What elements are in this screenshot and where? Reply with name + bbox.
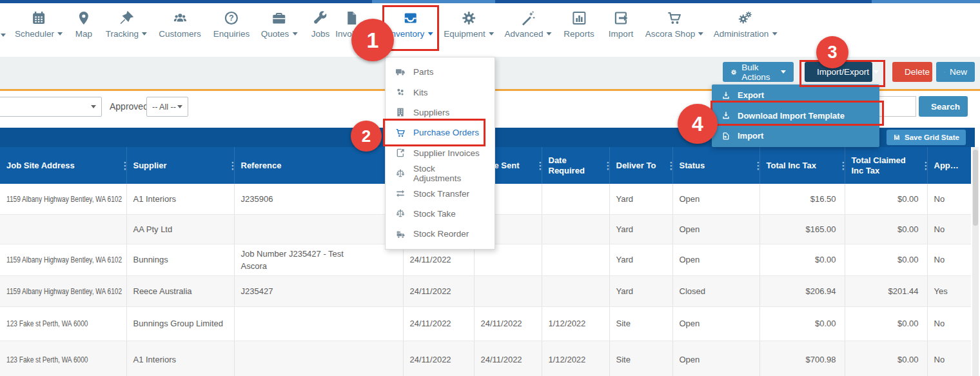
menu-item-parts[interactable]: Parts (386, 62, 495, 82)
cell-supplier: AA Pty Ltd (126, 214, 234, 244)
new-button[interactable]: New (936, 62, 975, 82)
cell-status: Open (672, 214, 760, 244)
nav-item-equipment[interactable]: Equipment (444, 10, 494, 39)
column-menu-icon[interactable] (121, 161, 123, 171)
search-button[interactable]: Search (919, 96, 968, 117)
save-grid-state-button[interactable]: Save Grid State (887, 130, 966, 145)
download-icon (721, 111, 730, 120)
nav-item-map[interactable]: Map (75, 10, 92, 39)
col-header-deliver-to[interactable]: Deliver To (609, 147, 672, 184)
cell-supplier: Bunnings (126, 244, 234, 275)
col-header-supplier[interactable]: Supplier (126, 147, 234, 184)
table-row[interactable]: 123 Fake st Perth, WA 6000 Bunnings Grou… (0, 306, 971, 341)
column-menu-icon[interactable] (839, 161, 841, 171)
menu-item-label: Stock Reorder (413, 229, 469, 239)
menu-item-kits[interactable]: Kits (386, 82, 495, 102)
cell-total-inc-tax: $165.00 (760, 214, 845, 244)
cell-reference: Job Number J235427 - Test Ascora (234, 244, 403, 275)
vertical-scrollbar[interactable] (972, 147, 979, 376)
cell-status: Closed (672, 275, 760, 306)
cell-date-required: 1/12/2022 (542, 306, 609, 341)
table-row[interactable]: 1159 Albany Highway Bentley, WA 6102 Ree… (0, 275, 971, 306)
col-header-total-inc-tax[interactable]: Total Inc Tax (760, 147, 845, 184)
wrench-icon (313, 10, 328, 26)
svg-text:?: ? (229, 14, 234, 23)
menu-item-label: Purchase Orders (413, 128, 479, 137)
cell-date-required: 1/12/2022 (542, 341, 609, 376)
nav-item-reports[interactable]: Reports (564, 10, 594, 39)
cell-date-sent (474, 275, 542, 306)
menu-item-label: Download Import Template (738, 111, 845, 121)
nav-item-import[interactable]: Import (609, 10, 633, 39)
cell-date: 24/11/2022 (403, 306, 474, 341)
menu-item-label: Stock Adjustments (413, 164, 485, 183)
col-header-reference[interactable]: Reference (234, 147, 403, 184)
cell-date-sent: 24/11/2022 (474, 306, 542, 341)
cell-job-site-address: 1159 Albany Highway Bentley, WA 6102 (6, 255, 122, 264)
table-row[interactable]: 123 Fake st Perth, WA 6000 A1 Interiors … (0, 341, 971, 376)
col-header-approved[interactable]: Approved (927, 147, 971, 184)
nav-item-enquiries[interactable]: ? Enquiries (213, 10, 250, 39)
col-header-status[interactable]: Status (672, 147, 760, 184)
column-menu-icon[interactable] (754, 161, 756, 171)
menu-item-label: Parts (413, 67, 434, 77)
inventory-dropdown-menu: Parts Kits Suppliers Purchase Orders Sup… (385, 57, 495, 250)
nav-label: Quotes (261, 29, 289, 39)
import-export-button[interactable]: Import/Export (805, 62, 872, 82)
chevron-down-icon (427, 32, 433, 38)
approved-filter-value: -- All -- (152, 103, 176, 112)
chevron-down-icon (772, 32, 777, 38)
column-menu-icon[interactable] (921, 161, 924, 171)
map-pin-icon (76, 10, 92, 26)
nav-item-tracking[interactable]: Tracking (106, 10, 147, 39)
file-export-icon (395, 148, 406, 158)
column-menu-icon[interactable] (536, 161, 538, 171)
nav-item-jobs[interactable]: Jobs (311, 10, 330, 39)
users-icon (172, 10, 188, 26)
nav-item-customers[interactable]: Customers (159, 10, 201, 39)
approved-filter-select[interactable]: -- All -- (146, 97, 188, 117)
import-box-icon (613, 10, 629, 26)
cell-approved: No (927, 244, 971, 275)
truck-reorder-icon (395, 229, 406, 239)
cell-total-claimed: $0.00 (845, 341, 927, 376)
cell-status: Open (672, 306, 760, 341)
nav-item-scheduler[interactable]: Scheduler (15, 10, 63, 39)
cell-supplier: Reece Australia (126, 275, 234, 306)
menu-item-import[interactable]: Import (712, 126, 879, 146)
bulk-actions-button[interactable]: Bulk Actions (723, 62, 794, 82)
cell-approved: No (927, 306, 971, 341)
nav-item-administration[interactable]: Administration (714, 10, 778, 39)
menu-item-download-import-template[interactable]: Download Import Template (712, 106, 879, 126)
cell-date-required (542, 214, 609, 244)
nav-item-advanced[interactable]: Advanced (504, 10, 551, 39)
delete-button[interactable]: Delete (892, 62, 932, 82)
col-header-date-required[interactable]: Date Required (542, 147, 609, 184)
nav-item-invoices[interactable]: Invoices (335, 10, 368, 39)
nav-item-quotes[interactable]: Quotes (261, 10, 298, 39)
menu-item-purchase-orders[interactable]: Purchase Orders (386, 123, 495, 143)
column-menu-icon[interactable] (228, 161, 231, 171)
cell-status: Open (672, 244, 760, 275)
menu-item-suppliers[interactable]: Suppliers (386, 103, 495, 123)
column-menu-icon[interactable] (603, 161, 606, 171)
scrollbar-thumb[interactable] (973, 150, 978, 226)
col-header-total-claimed-inc-tax[interactable]: Total Claimed Inc Tax (845, 147, 927, 184)
menu-item-stock-take[interactable]: Stock Take (386, 204, 495, 224)
menu-item-stock-transfer[interactable]: Stock Transfer (386, 183, 495, 203)
save-floppy-icon (893, 134, 901, 141)
menu-item-export[interactable]: Export (712, 85, 879, 106)
filter-select-left[interactable] (0, 97, 102, 117)
nav-item-inventory[interactable]: Inventory (389, 10, 433, 39)
nav-item-ascora-shop[interactable]: Ascora Shop (645, 10, 703, 39)
menu-item-stock-reorder[interactable]: Stock Reorder (386, 224, 495, 244)
chevron-down-icon (177, 105, 182, 111)
cell-total-inc-tax: $16.50 (760, 184, 845, 214)
menu-item-supplier-invoices[interactable]: Supplier Invoices (386, 143, 495, 163)
cell-job-site-address: 123 Fake st Perth, WA 6000 (6, 355, 88, 364)
column-menu-icon[interactable] (667, 161, 669, 171)
cell-approved: No (927, 184, 971, 214)
col-header-job-site-address[interactable]: Job Site Address (0, 147, 126, 184)
menu-item-stock-adjustments[interactable]: Stock Adjustments (386, 163, 495, 183)
bulk-actions-label: Bulk Actions (741, 63, 776, 82)
